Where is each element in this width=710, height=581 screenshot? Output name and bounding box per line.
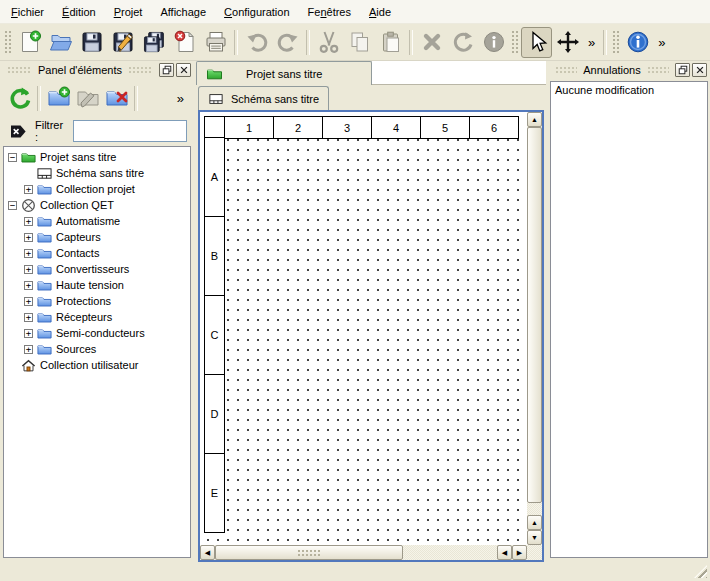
expand-icon[interactable]: + <box>24 345 33 354</box>
tree-item-collection-qet[interactable]: −Collection QET <box>4 197 190 213</box>
tree-item-automatisme[interactable]: +Automatisme <box>4 213 190 229</box>
scroll-right-button[interactable]: ▶ <box>512 545 527 560</box>
menu-item-affichage[interactable]: Affichage <box>151 2 215 22</box>
move-button[interactable] <box>552 27 583 58</box>
info-button[interactable] <box>622 27 653 58</box>
menu-item-fichier[interactable]: Fichier <box>2 2 53 22</box>
scroll-down-button[interactable]: ▼ <box>527 530 542 545</box>
vertical-scrollbar[interactable]: ▲ ▲ ▼ <box>527 112 542 545</box>
toolbar-handle[interactable] <box>511 30 519 54</box>
expand-icon[interactable]: + <box>24 233 33 242</box>
expand-icon[interactable]: + <box>24 185 33 194</box>
save-as-button[interactable] <box>107 27 138 58</box>
tree-item-semi-conducteurs[interactable]: +Semi-conducteurs <box>4 325 190 341</box>
menu-item-aide[interactable]: Aide <box>360 2 400 22</box>
schema-tab[interactable]: Schéma sans titre <box>198 86 329 110</box>
delete-category-button[interactable] <box>102 84 131 113</box>
undo-panel-close-button[interactable] <box>692 63 707 77</box>
undo-panel-float-button[interactable] <box>675 63 690 77</box>
project-tab[interactable]: Projet sans titre <box>196 61 372 85</box>
tree-item-protections[interactable]: +Protections <box>4 293 190 309</box>
rotate-button[interactable] <box>447 27 478 58</box>
collapse-icon[interactable]: − <box>8 201 17 210</box>
column-header-6: 6 <box>469 116 519 139</box>
new-document-icon <box>18 30 42 54</box>
tree-item-sources[interactable]: +Sources <box>4 341 190 357</box>
elements-panel-titlebar[interactable]: Panel d'éléments <box>0 61 194 79</box>
horizontal-scrollbar[interactable]: ◀ ◀ ▶ <box>200 545 527 560</box>
undo-list: Aucune modification <box>550 81 708 558</box>
save-button[interactable] <box>76 27 107 58</box>
expand-icon[interactable]: + <box>24 265 33 274</box>
toolbar-overflow-chevron[interactable]: » <box>653 35 670 50</box>
redo-button[interactable] <box>272 27 303 58</box>
vertical-scrollbar-track[interactable] <box>527 503 542 515</box>
tree-item-capteurs[interactable]: +Capteurs <box>4 229 190 245</box>
tree-item-haute-tension[interactable]: +Haute tension <box>4 277 190 293</box>
dock-close-icon <box>694 64 706 76</box>
vertical-scrollbar-thumb[interactable] <box>527 127 542 503</box>
tree-item-r-cepteurs[interactable]: +Récepteurs <box>4 309 190 325</box>
clear-filter-button[interactable] <box>7 120 29 142</box>
scroll-up-button-bottom[interactable]: ▲ <box>527 515 542 530</box>
menu-item-projet[interactable]: Projet <box>105 2 152 22</box>
open-project-button[interactable] <box>45 27 76 58</box>
properties-button[interactable] <box>478 27 509 58</box>
pointer-icon <box>525 30 549 54</box>
expand-icon[interactable]: + <box>24 217 33 226</box>
expand-icon[interactable]: + <box>24 313 33 322</box>
toolbar-overflow-chevron[interactable]: » <box>583 35 600 50</box>
collapse-icon[interactable]: − <box>8 153 17 162</box>
edit-category-button[interactable] <box>73 84 102 113</box>
expand-icon[interactable]: + <box>24 249 33 258</box>
paste-button[interactable] <box>375 27 406 58</box>
tree-item-contacts[interactable]: +Contacts <box>4 245 190 261</box>
filter-input[interactable] <box>73 120 187 142</box>
resize-grip[interactable] <box>694 565 707 578</box>
elements-panel-float-button[interactable] <box>159 63 174 77</box>
menu-item-dition[interactable]: Édition <box>53 2 105 22</box>
expand-icon[interactable]: + <box>24 297 33 306</box>
horizontal-scrollbar-thumb[interactable] <box>215 545 403 560</box>
horizontal-scrollbar-track[interactable] <box>403 545 497 560</box>
refresh-button[interactable] <box>5 84 34 113</box>
menu-item-fentres[interactable]: Fenêtres <box>299 2 360 22</box>
scroll-left-button[interactable]: ◀ <box>200 545 215 560</box>
undo-list-item[interactable]: Aucune modification <box>551 82 707 98</box>
workspace: Projet sans titre Schéma sans titre 1234… <box>196 61 546 562</box>
project-tab-bar: Projet sans titre <box>196 61 546 85</box>
delete-button[interactable] <box>416 27 447 58</box>
elements-panel-close-button[interactable] <box>176 63 191 77</box>
tree-item-projet-sans-titre[interactable]: −Projet sans titre <box>4 149 190 165</box>
tree-item-collection-projet[interactable]: +Collection projet <box>4 181 190 197</box>
expand-icon[interactable]: + <box>24 329 33 338</box>
print-button[interactable] <box>200 27 231 58</box>
scroll-left-button-right[interactable]: ◀ <box>497 545 512 560</box>
copy-button[interactable] <box>344 27 375 58</box>
cut-button[interactable] <box>313 27 344 58</box>
tree-item-sch-ma-sans-titre[interactable]: Schéma sans titre <box>4 165 190 181</box>
edit-category-icon <box>76 86 100 110</box>
tree-item-convertisseurs[interactable]: +Convertisseurs <box>4 261 190 277</box>
new-document-button[interactable] <box>14 27 45 58</box>
undo-panel-titlebar[interactable]: Annulations <box>548 61 710 79</box>
expand-icon[interactable]: + <box>24 281 33 290</box>
new-category-button[interactable] <box>44 84 73 113</box>
cut-icon <box>317 30 341 54</box>
toolbar-handle[interactable] <box>612 30 620 54</box>
paste-icon <box>379 30 403 54</box>
pointer-button[interactable] <box>521 27 552 58</box>
tree-item-collection-utilisateur[interactable]: Collection utilisateur <box>4 357 190 373</box>
diagram-view[interactable]: 123456 ABCDE ▲ ▲ ▼ ◀ ◀ ▶ <box>198 110 544 562</box>
menu-item-configuration[interactable]: Configuration <box>215 2 298 22</box>
tree-item-label: Schéma sans titre <box>56 167 144 179</box>
save-all-button[interactable] <box>138 27 169 58</box>
undo-button[interactable] <box>241 27 272 58</box>
diagram-canvas[interactable]: 123456 ABCDE <box>200 112 527 545</box>
toolbar-handle[interactable] <box>4 30 12 54</box>
folder-blue-icon <box>37 262 52 277</box>
tree-item-label: Contacts <box>56 247 99 259</box>
toolbar-overflow-chevron[interactable]: » <box>172 91 189 106</box>
close-project-button[interactable] <box>169 27 200 58</box>
scroll-up-button[interactable]: ▲ <box>527 112 542 127</box>
